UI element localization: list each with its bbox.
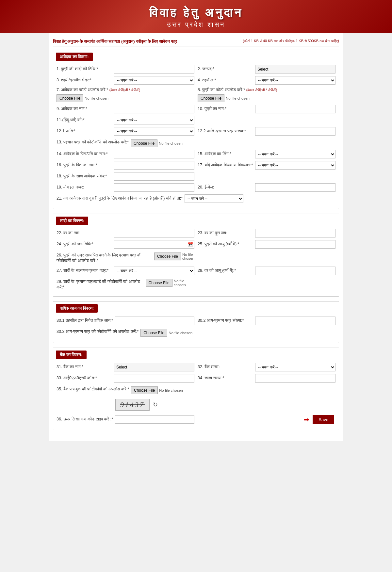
f28-input[interactable] — [255, 267, 335, 275]
f31-select-btn[interactable]: Select — [114, 363, 194, 371]
f4-label: 4. तहसील:* — [198, 76, 253, 83]
f2-label: 2. जनपद:* — [198, 65, 253, 72]
f30-1-input[interactable] — [115, 317, 194, 325]
f19-label: 19. मोबाइल नम्बर: — [57, 183, 112, 190]
f30-3-label: 30.3 आय-प्रमाण पत्र की फोटोकॉपी को अपलोड… — [57, 328, 139, 335]
f32-label: 32. बैंक शाखा: — [198, 363, 253, 370]
f7-sublabel: (केवल जेपीईजी / जेपीजी) — [109, 87, 140, 92]
f23-input[interactable] — [255, 229, 335, 237]
f3-select[interactable]: -- चयन करें -- — [114, 76, 194, 85]
f15-label: 15. आवेदक का लिंग:* — [198, 150, 253, 157]
income-section: वार्षिक आय का विवरण: 30.1 तहसील द्वारा न… — [53, 301, 339, 343]
f13-label: 13. पहचान पत्र की फोटोकॉपी को अपलोड करें… — [57, 138, 129, 145]
f1-input[interactable] — [114, 65, 194, 74]
f13-choose-file-btn[interactable]: Choose File — [131, 139, 157, 147]
f21-select[interactable]: -- चयन करें -- — [185, 194, 243, 203]
sub-heading: उत्तर प्रदेश शासन — [3, 21, 389, 28]
wedding-section: शादी का विवरण: 22. वर का नाम: 23. वर का … — [53, 214, 339, 297]
f17-select[interactable]: -- चयन करें -- — [255, 161, 335, 170]
f13-file-status: No file chosen — [159, 141, 183, 145]
f2-select-btn[interactable]: Select — [255, 65, 335, 74]
f8-file-status: No file chosen — [226, 96, 250, 100]
f35-choose-file-btn[interactable]: Choose File — [131, 386, 158, 394]
captcha-refresh-btn[interactable]: ↻ — [153, 401, 158, 408]
f7-choose-file-btn[interactable]: Choose File — [57, 94, 83, 102]
f24-input[interactable] — [114, 240, 194, 249]
save-arrow-icon: ➡ — [304, 416, 309, 423]
f12-1-select[interactable]: -- चयन करें -- — [114, 127, 194, 136]
f12-1-label: 12.1 जाति:* — [57, 127, 112, 134]
f9-label: 9. आवेदक का नाम:* — [57, 105, 112, 112]
f18-input[interactable] — [114, 172, 194, 181]
f17-label: 17. यदि आवेदक विधवा या विकलांग:* — [198, 161, 253, 168]
f27-label: 27. शादी के सत्यापन प्रमाण पत्र:* — [57, 267, 112, 274]
f26-label: 26. पुत्री की उम्र सत्यापित करने के लिए … — [57, 251, 152, 264]
bank-section: बैंक का विवरण: 31. बैंक का नाम:* Select … — [53, 348, 339, 430]
f26-choose-file-btn[interactable]: Choose File — [154, 253, 181, 260]
f20-label: 20. ई-मेल: — [198, 183, 253, 190]
income-section-header: वार्षिक आय का विवरण: — [56, 304, 98, 313]
captcha-image: 91437 — [115, 399, 150, 411]
f11-select[interactable]: -- चयन करें -- — [114, 116, 194, 124]
f22-label: 22. वर का नाम: — [57, 229, 112, 236]
applicant-section-header: आवेदक का विवरण: — [56, 53, 93, 61]
f28-label: 28. वर की आयु (वर्षों में):* — [198, 267, 253, 274]
wedding-section-header: शादी का विवरण: — [56, 217, 88, 225]
f12-2-label: 12.2 जाति -प्रमाण पत्र संख्या:* — [198, 127, 253, 134]
f4-select[interactable]: -- चयन करें -- — [255, 76, 335, 85]
f19-input[interactable] — [114, 183, 194, 192]
f16-input[interactable] — [114, 161, 194, 170]
f29-label: 29. शादी के प्रमाण पत्र/कार्ड की फोटोकॉप… — [57, 278, 144, 290]
f20-input[interactable] — [255, 183, 335, 192]
header: विवाह हेतु अनुदान उत्तर प्रदेश शासन — [0, 0, 392, 33]
f11-label: 11.(हिंदू-धर्म) वर्ग:* — [57, 116, 112, 123]
f31-label: 31. बैंक का नाम:* — [57, 363, 112, 370]
f7-label: 7. आवेदक का फोटो अपलोड करें:* — [57, 86, 108, 92]
f33-label: 33. आई0एफ0एस0 कोड:* — [57, 374, 112, 381]
f30-2-input[interactable] — [255, 317, 335, 325]
f7-file-status: No file chosen — [85, 96, 108, 100]
f10-label: 10. पुत्री का नाम:* — [198, 105, 253, 112]
f23-label: 23. वर का पूरा पता: — [198, 229, 253, 236]
f29-choose-file-btn[interactable]: Choose File — [146, 279, 172, 287]
f25-label: 25. पुत्री की आयु (वर्षों में):* — [198, 240, 253, 247]
f34-input[interactable] — [255, 374, 335, 383]
f30-3-choose-file-btn[interactable]: Choose File — [140, 329, 167, 337]
f26-file-status: No file chosen — [182, 253, 194, 260]
f30-3-file-status: No file chosen — [169, 331, 192, 335]
f29-file-status: No file chosen — [174, 279, 194, 287]
f35-file-status: No file chosen — [159, 388, 183, 392]
f34-label: 34. खाता संख्या:* — [198, 374, 253, 381]
f10-input[interactable] — [255, 105, 335, 113]
f12-2-input[interactable] — [255, 127, 335, 136]
save-button[interactable]: Save — [313, 415, 334, 424]
applicant-section: आवेदक का विवरण: 1. पुत्री की शादी की तिथ… — [53, 50, 339, 209]
page-note: (फोटो 1 KB से 40 KB तक और पीडीएफ 1 KB से… — [243, 39, 339, 43]
f35-label: 35. बैंक पासबुक की फोटोकॉपी को अपलोड करे… — [57, 385, 129, 392]
f15-select[interactable]: -- चयन करें -- — [255, 150, 335, 158]
f1-label: 1. पुत्री की शादी की तिथि:* — [57, 65, 112, 72]
f8-label: 8. पुत्री का फोटो अपलोड करें:* — [198, 86, 245, 92]
f8-sublabel: (केवल जेपीईजी / जेपीजी) — [246, 87, 277, 92]
f8-choose-file-btn[interactable]: Choose File — [198, 94, 224, 102]
f30-1-label: 30.1 तहसील द्वारा निर्गत वार्षिक आय:* — [57, 317, 113, 324]
f32-select[interactable]: -- चयन करें -- — [255, 363, 335, 371]
f14-label: 14. आवेदक के पिता/पति का नाम:* — [57, 150, 112, 157]
f36-input[interactable] — [115, 415, 194, 424]
f3-label: 3. शहरी/ग्रामीण क्षेत्र:* — [57, 76, 112, 83]
subtitle-row: विवाह हेतु अनुदान-के अन्तर्गत आर्थिक सहा… — [53, 36, 339, 46]
f30-2-label: 30.2 आय-प्रमाण पत्र संख्या:* — [198, 317, 253, 324]
page-main-title: विवाह हेतु अनुदान-के अन्तर्गत आर्थिक सहा… — [53, 39, 177, 44]
f27-select[interactable]: -- चयन करें -- — [114, 267, 194, 275]
f14-input[interactable] — [114, 150, 194, 158]
main-heading: विवाह हेतु अनुदान — [3, 6, 389, 20]
f22-input[interactable] — [114, 229, 194, 237]
f33-input[interactable] — [114, 374, 194, 383]
f16-label: 16. पुत्री के पिता का नाम:* — [57, 161, 112, 168]
f9-input[interactable] — [114, 105, 194, 113]
captcha-value: 91437 — [120, 400, 145, 409]
bank-section-header: बैंक का विवरण: — [56, 351, 87, 359]
f36-label: 36. ऊपर लिखा गया कोड टाइप करें :* — [57, 415, 113, 422]
f25-input[interactable] — [255, 240, 335, 249]
f21-label: 21. क्या आवेदक द्वारा दूसरी पुत्री के लि… — [57, 194, 183, 202]
